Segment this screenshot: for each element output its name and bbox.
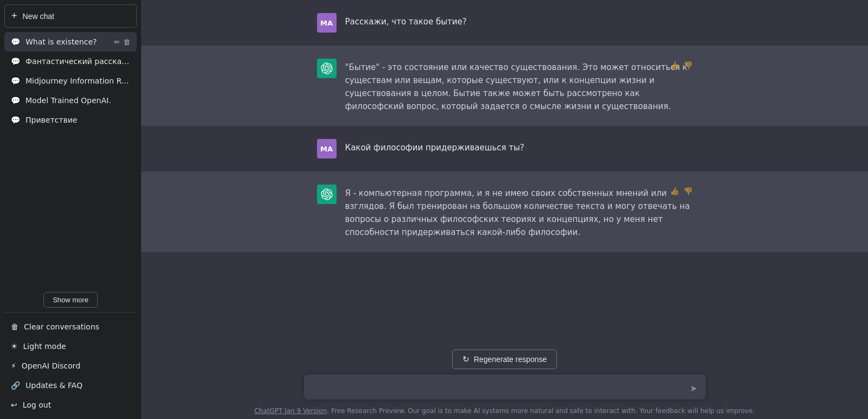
refresh-icon (462, 354, 470, 364)
chat-area: MAРасскажи, что такое бытие? "Бытие" - э… (141, 0, 868, 419)
thumbs-down-button[interactable]: 👎 (683, 61, 693, 69)
send-button[interactable] (688, 380, 699, 396)
message-row-msg-3: MAКакой философии придерживаешься ты? (141, 126, 868, 172)
ai-avatar (317, 59, 337, 78)
openai-discord-icon (11, 361, 16, 370)
conversations-list: What is existence?Фантастический рассказ… (4, 32, 137, 288)
clear-conversations-label: Clear conversations (24, 322, 99, 331)
send-icon (690, 383, 697, 393)
regenerate-button[interactable]: Regenerate response (452, 350, 557, 369)
thumbs-up-button[interactable]: 👍 (670, 187, 679, 195)
sidebar-bottom-log-out[interactable]: Log out (4, 395, 137, 415)
clear-conversations-icon (11, 322, 18, 331)
delete-icon[interactable] (123, 38, 130, 46)
message-actions-msg-2: 👍👎 (670, 61, 693, 69)
message-content-msg-4: Я - компьютерная программа, и я не имею … (345, 185, 693, 239)
sidebar-bottom-updates-faq[interactable]: Updates & FAQ (4, 376, 137, 395)
footer-text: ChatGPT Jan 9 Version. Free Research Pre… (255, 407, 755, 415)
message-row-msg-2: "Бытие" - это состояние или качество сущ… (141, 46, 868, 126)
log-out-icon (11, 401, 17, 409)
message-actions-msg-4: 👍👎 (670, 187, 693, 195)
sidebar-bottom: Clear conversationsLight modeOpenAI Disc… (4, 312, 137, 415)
sidebar-bottom-light-mode[interactable]: Light mode (4, 337, 137, 356)
sidebar-bottom-clear-conversations[interactable]: Clear conversations (4, 317, 137, 337)
new-chat-button[interactable]: New chat (4, 4, 137, 28)
footer-suffix: . Free Research Preview. Our goal is to … (327, 407, 755, 415)
message-content-msg-1: Расскажи, что такое бытие? (345, 13, 693, 33)
updates-faq-icon (11, 381, 20, 390)
user-avatar: MA (317, 139, 337, 158)
thumbs-up-button[interactable]: 👍 (670, 61, 679, 69)
message-content-msg-2: "Бытие" - это состояние или качество сущ… (345, 59, 693, 113)
message-content-msg-3: Какой философии придерживаешься ты? (345, 139, 693, 158)
user-avatar: MA (317, 13, 337, 33)
openai-discord-label: OpenAI Discord (22, 361, 80, 370)
sidebar-item-conv-5[interactable]: Приветствие (4, 110, 137, 130)
sidebar: New chat What is existence?Фантастически… (0, 0, 141, 419)
chat-icon (11, 57, 20, 66)
chat-input[interactable] (304, 374, 706, 399)
conv-label: Фантастический рассказ Енот (26, 57, 130, 66)
light-mode-label: Light mode (23, 342, 66, 351)
message-row-msg-4: Я - компьютерная программа, и я не имею … (141, 172, 868, 252)
input-row (304, 374, 706, 402)
conv-label: Model Trained OpenAI. (26, 96, 130, 105)
thumbs-down-button[interactable]: 👎 (683, 187, 693, 195)
chat-icon (11, 77, 20, 85)
conv-label: Midjourney Information Reque (26, 77, 130, 85)
sidebar-item-conv-1[interactable]: What is existence? (4, 32, 137, 52)
chat-icon (11, 37, 20, 46)
sidebar-item-conv-2[interactable]: Фантастический рассказ Енот (4, 52, 137, 71)
messages-container: MAРасскажи, что такое бытие? "Бытие" - э… (141, 0, 868, 343)
regenerate-label: Regenerate response (474, 355, 547, 364)
sidebar-item-conv-4[interactable]: Model Trained OpenAI. (4, 91, 137, 110)
log-out-label: Log out (23, 401, 51, 409)
new-chat-label: New chat (23, 12, 54, 21)
chat-icon (11, 96, 20, 105)
conv-label: What is existence? (26, 37, 109, 46)
footer-link[interactable]: ChatGPT Jan 9 Version (255, 407, 327, 415)
ai-avatar (317, 185, 337, 204)
plus-icon (11, 10, 17, 22)
light-mode-icon (11, 342, 18, 351)
sidebar-bottom-openai-discord[interactable]: OpenAI Discord (4, 356, 137, 376)
message-row-msg-1: MAРасскажи, что такое бытие? (141, 0, 868, 46)
sidebar-item-conv-3[interactable]: Midjourney Information Reque (4, 71, 137, 91)
chat-icon (11, 116, 20, 124)
updates-faq-label: Updates & FAQ (26, 381, 83, 390)
edit-icon[interactable] (114, 38, 120, 46)
chat-bottom: Regenerate response ChatGPT Jan 9 Versio… (141, 343, 868, 419)
conv-label: Приветствие (26, 116, 130, 124)
show-more-button[interactable]: Show more (43, 292, 98, 308)
